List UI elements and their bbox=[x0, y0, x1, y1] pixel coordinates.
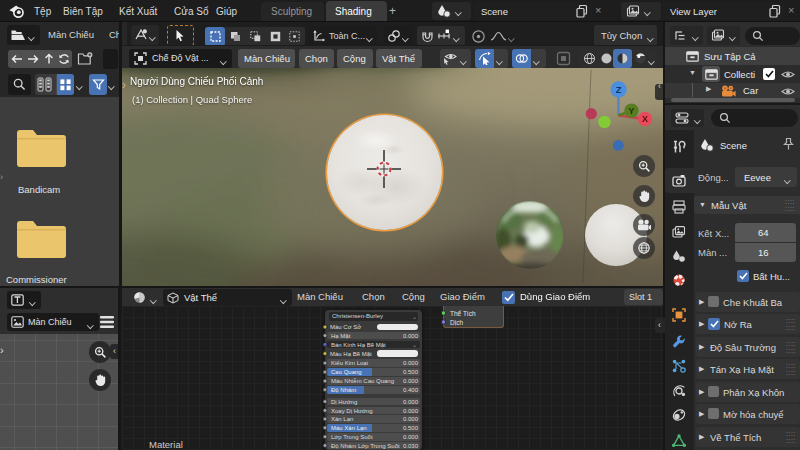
svg-text:Z: Z bbox=[616, 84, 622, 95]
svg-text:Y: Y bbox=[628, 106, 634, 116]
svg-text:X: X bbox=[642, 114, 648, 124]
